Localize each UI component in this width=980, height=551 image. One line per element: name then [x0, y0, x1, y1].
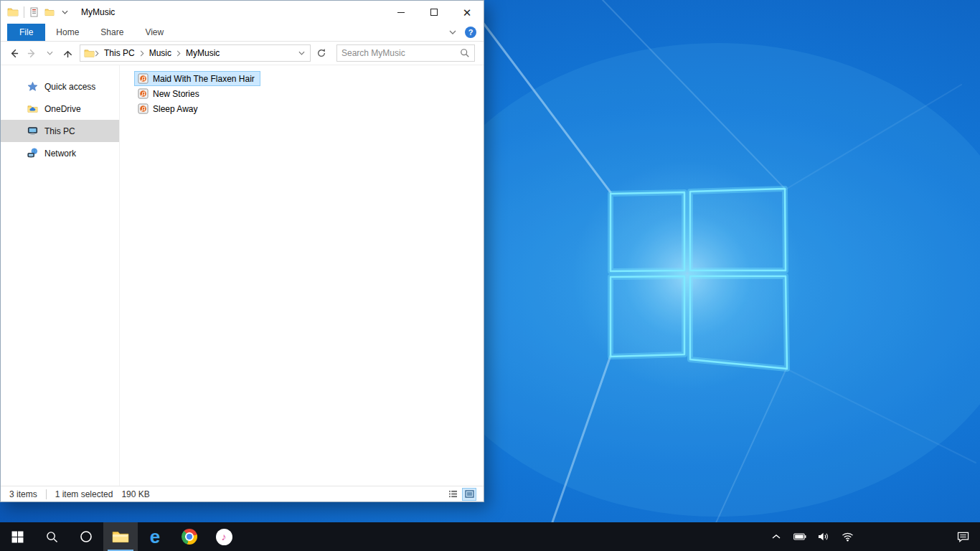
- network-wifi-icon[interactable]: [841, 530, 854, 543]
- tab-file[interactable]: File: [7, 24, 45, 41]
- music-file-icon: [137, 73, 149, 85]
- window-folder-icon: [7, 6, 19, 18]
- window-body: Quick access OneDrive This PC Network: [1, 65, 484, 486]
- sidebar-item-label: OneDrive: [44, 104, 81, 114]
- toolbar-separator: [24, 6, 24, 18]
- taskbar-itunes-button[interactable]: ♪: [207, 522, 241, 551]
- file-name: Sleep Away: [153, 104, 198, 114]
- tab-view[interactable]: View: [134, 24, 174, 41]
- properties-icon[interactable]: [29, 7, 39, 17]
- music-file-icon: [137, 88, 149, 100]
- status-separator: [46, 489, 47, 499]
- minimize-button[interactable]: [385, 1, 418, 24]
- battery-icon[interactable]: [793, 530, 806, 543]
- taskbar-search-button[interactable]: [34, 522, 69, 551]
- tab-share[interactable]: Share: [90, 24, 134, 41]
- sidebar-item-quick-access[interactable]: Quick access: [1, 75, 119, 98]
- taskbar: e ♪: [0, 522, 980, 551]
- titlebar[interactable]: MyMusic ✕: [1, 1, 484, 24]
- address-bar: This PC Music MyMusic: [1, 42, 484, 65]
- close-button[interactable]: ✕: [451, 1, 484, 24]
- minimize-icon: [397, 12, 405, 13]
- maximize-button[interactable]: [418, 1, 451, 24]
- close-icon: ✕: [463, 7, 472, 18]
- sidebar-item-this-pc[interactable]: This PC: [1, 120, 119, 142]
- search-box[interactable]: [336, 44, 475, 62]
- file-name: Maid With The Flaxen Hair: [153, 74, 255, 84]
- refresh-button[interactable]: [312, 44, 331, 62]
- action-center-button[interactable]: [946, 522, 980, 551]
- edge-icon: e: [150, 527, 160, 546]
- star-icon: [27, 81, 38, 93]
- taskbar-chrome-button[interactable]: [172, 522, 207, 551]
- file-item[interactable]: New Stories: [134, 86, 205, 101]
- breadcrumb-mymusic[interactable]: MyMusic: [181, 48, 225, 58]
- status-selection-count: 1 item selected: [55, 489, 113, 499]
- customize-toolbar-chevron-icon[interactable]: [60, 7, 70, 17]
- breadcrumb-this-pc[interactable]: This PC: [99, 48, 140, 58]
- view-toggle-group: [446, 488, 476, 501]
- search-icon[interactable]: [460, 48, 470, 58]
- search-icon: [46, 531, 58, 543]
- action-center-icon: [957, 532, 969, 542]
- network-icon: [27, 148, 38, 159]
- taskbar-edge-button[interactable]: e: [138, 522, 172, 551]
- breadcrumb-music[interactable]: Music: [144, 48, 176, 58]
- up-button[interactable]: [59, 44, 77, 62]
- sidebar-item-label: Network: [44, 149, 76, 159]
- sidebar-item-onedrive[interactable]: OneDrive: [1, 98, 119, 120]
- maximize-icon: [430, 9, 438, 16]
- itunes-icon: ♪: [216, 529, 232, 545]
- file-item[interactable]: Sleep Away: [134, 101, 204, 116]
- cortana-circle-icon: [80, 530, 93, 543]
- onedrive-icon: [27, 103, 38, 115]
- window-controls: ✕: [385, 1, 484, 24]
- volume-icon[interactable]: [817, 530, 830, 543]
- sidebar-item-label: This PC: [44, 126, 75, 136]
- status-bar: 3 items 1 item selected 190 KB: [1, 486, 484, 501]
- file-list[interactable]: Maid With The Flaxen Hair New Stories Sl…: [120, 65, 484, 486]
- ribbon-right-controls: ?: [448, 24, 484, 41]
- navigation-pane: Quick access OneDrive This PC Network: [1, 65, 120, 486]
- address-dropdown-chevron-icon[interactable]: [296, 48, 306, 58]
- cortana-button[interactable]: [69, 522, 103, 551]
- status-selection-size: 190 KB: [121, 489, 149, 499]
- quick-access-toolbar: [1, 6, 70, 18]
- window-title: MyMusic: [81, 7, 115, 17]
- location-folder-icon: [83, 47, 95, 59]
- file-name: New Stories: [153, 89, 199, 99]
- address-box[interactable]: This PC Music MyMusic: [80, 44, 311, 62]
- music-note-glyph: ♪: [222, 532, 227, 542]
- file-item[interactable]: Maid With The Flaxen Hair: [134, 71, 260, 86]
- taskbar-file-explorer-button[interactable]: [103, 522, 138, 551]
- music-file-icon: [137, 103, 149, 115]
- file-explorer-icon: [112, 529, 129, 544]
- system-tray: [770, 522, 946, 551]
- details-view-button[interactable]: [446, 488, 460, 501]
- ribbon-tab-bar: File Home Share View ?: [1, 24, 484, 42]
- status-item-count: 3 items: [9, 489, 37, 499]
- expand-ribbon-chevron-icon[interactable]: [448, 27, 458, 37]
- start-button[interactable]: [0, 522, 34, 551]
- forward-button[interactable]: [23, 44, 41, 62]
- file-explorer-window: MyMusic ✕ File Home Share View ?: [0, 0, 484, 502]
- sidebar-item-label: Quick access: [44, 82, 95, 92]
- new-folder-icon[interactable]: [44, 7, 55, 17]
- show-hidden-icons-chevron-icon[interactable]: [770, 530, 783, 543]
- recent-locations-chevron-icon[interactable]: [41, 44, 59, 62]
- large-icons-view-button[interactable]: [462, 488, 476, 501]
- tab-home[interactable]: Home: [45, 24, 90, 41]
- help-icon[interactable]: ?: [465, 27, 476, 38]
- search-input[interactable]: [341, 48, 460, 58]
- pc-icon: [27, 126, 38, 137]
- sidebar-item-network[interactable]: Network: [1, 142, 119, 164]
- chrome-icon: [182, 529, 197, 545]
- windows-logo-icon: [11, 531, 24, 543]
- back-button[interactable]: [5, 44, 23, 62]
